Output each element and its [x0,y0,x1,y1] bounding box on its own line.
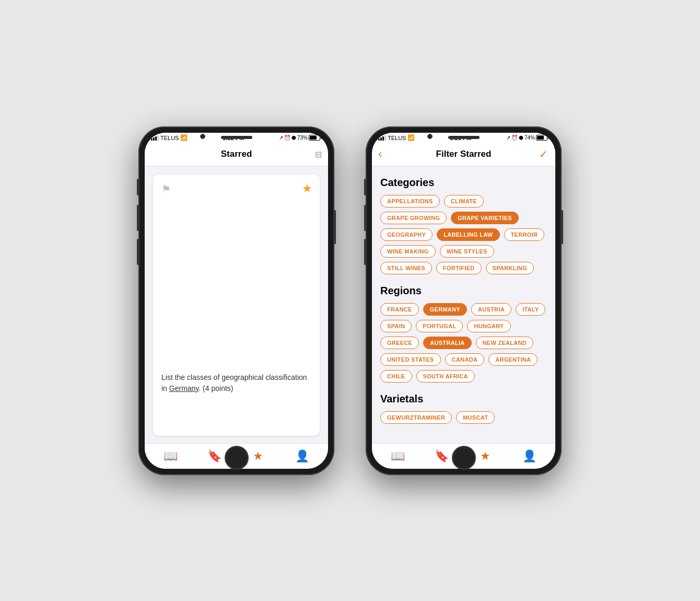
tag-united-states[interactable]: UNITED STATES [380,353,441,366]
tag-terroir[interactable]: TERROIR [504,228,545,241]
status-right-2: ↗ ⏰ ⬢ 74% [506,135,549,141]
battery-icon-1 [309,135,322,141]
tag-muscat[interactable]: MUSCAT [456,411,495,424]
power-button-2 [562,210,563,244]
tag-still-wines[interactable]: STILL WINES [380,262,432,274]
regions-title: Regions [380,285,547,297]
power-button-1 [334,210,336,244]
tag-canada[interactable]: CANADA [445,353,484,366]
regions-section: Regions FRANCE GERMANY AUSTRIA ITALY SPA… [380,285,547,383]
profile-icon-2: 👤 [522,449,536,463]
confirm-button[interactable]: ✓ [539,148,548,160]
tab-profile-1[interactable]: 👤 [280,449,324,463]
tag-sparkling[interactable]: SPARKLING [486,262,534,274]
tag-germany[interactable]: GERMANY [423,303,467,316]
alarm-icon-2: ⏰ [511,135,518,141]
nav-bar-1: Starred ⊟ [145,143,328,166]
phone-1: TELUS 📶 1:22 PM ↗ ⏰ ⬢ 73% Starred ⊟ [138,126,334,475]
profile-icon-1: 👤 [295,449,309,463]
tag-south-africa[interactable]: SOUTH AFRICA [416,370,475,383]
filter-content-area: Categories APPELLATIONS CLIMATE GRAPE GR… [372,166,555,443]
vol-up-button-1 [137,205,138,231]
tag-fortified[interactable]: FORTIFIED [436,262,482,274]
tag-grape-varieties[interactable]: GRAPE VARIETIES [451,212,519,224]
star-icon[interactable]: ★ [302,182,312,195]
varietals-tags: GEWURZTRAMINER MUSCAT [380,411,547,424]
signal-icon-2 [378,135,386,141]
status-time-2: 1:21 PM [450,135,472,141]
status-left-2: TELUS 📶 [378,134,415,141]
tag-wine-styles[interactable]: WINE STYLES [440,245,494,258]
tag-france[interactable]: FRANCE [380,303,419,316]
status-bar-2: TELUS 📶 1:21 PM ↗ ⏰ ⬢ 74% [372,133,555,143]
tab-profile-2[interactable]: 👤 [507,449,551,463]
home-button-1[interactable] [225,446,249,470]
question-card[interactable]: ⚑ ★ List the classes of geographical cla… [153,175,320,436]
tag-australia[interactable]: AUSTRALIA [423,337,471,349]
categories-title: Categories [380,177,547,189]
tag-argentina[interactable]: ARGENTINA [488,353,538,366]
categories-tags: APPELLATIONS CLIMATE GRAPE GROWING GRAPE… [380,195,547,274]
location-icon-1: ↗ [279,135,283,141]
tab-study-1[interactable]: 📖 [149,449,193,463]
alarm-icon-1: ⏰ [284,135,290,141]
vol-up-button-2 [364,205,366,231]
flag-icon: ⚑ [161,183,311,195]
bookmark-icon-1: 🔖 [207,449,221,463]
status-right-1: ↗ ⏰ ⬢ 73% [279,135,322,141]
signal-icon-1 [151,135,159,141]
tag-portugal[interactable]: PORTUGAL [416,320,463,332]
location-icon-2: ↗ [506,135,510,141]
signal-bar-3 [155,136,157,141]
tag-italy[interactable]: ITALY [516,303,545,316]
battery-pct-2: 74% [524,135,535,141]
tag-new-zealand[interactable]: NEW ZEALAND [476,337,534,349]
screen-1: TELUS 📶 1:22 PM ↗ ⏰ ⬢ 73% Starred ⊟ [145,133,328,469]
filter-scroll[interactable]: Categories APPELLATIONS CLIMATE GRAPE GR… [372,166,555,443]
tag-geography[interactable]: GEOGRAPHY [380,228,433,241]
bluetooth-icon-1: ⬢ [291,135,296,141]
varietals-section: Varietals GEWURZTRAMINER MUSCAT [380,393,547,424]
starred-icon-2: ★ [480,449,491,463]
signal-bar-4 [157,135,159,141]
card-question-text: List the classes of geographical classif… [161,372,311,394]
tag-chile[interactable]: CHILE [380,370,412,383]
camera-2 [427,134,433,139]
tag-labelling-law[interactable]: LABELLING LAW [437,228,499,241]
starred-scroll: ⚑ ★ List the classes of geographical cla… [145,166,328,443]
mute-button-1 [137,179,138,195]
tag-austria[interactable]: AUSTRIA [471,303,511,316]
tag-grape-growing[interactable]: GRAPE GROWING [380,212,447,224]
home-button-2[interactable] [452,446,476,470]
camera-1 [200,134,205,139]
study-icon-2: 📖 [391,449,405,463]
back-button[interactable]: ‹ [378,147,382,161]
bookmark-icon-2: 🔖 [435,449,449,463]
tab-study-2[interactable]: 📖 [376,449,420,463]
signal-bar-1 [151,138,153,141]
starred-icon-1: ★ [253,449,263,463]
phone-2: TELUS 📶 1:21 PM ↗ ⏰ ⬢ 74% ‹ Filter Starr [366,126,562,475]
starred-content: ⚑ ★ List the classes of geographical cla… [145,166,328,443]
tag-spain[interactable]: SPAIN [380,320,412,332]
carrier-2: TELUS [388,135,406,141]
vol-down-button-2 [364,239,366,265]
status-bar-1: TELUS 📶 1:22 PM ↗ ⏰ ⬢ 73% [145,133,328,143]
tag-wine-making[interactable]: WINE MAKING [380,245,436,258]
tag-greece[interactable]: GREECE [380,337,419,349]
battery-icon-2 [536,135,549,141]
categories-section: Categories APPELLATIONS CLIMATE GRAPE GR… [380,177,547,274]
status-time-1: 1:22 PM [223,135,244,141]
tag-gewurztraminer[interactable]: GEWURZTRAMINER [380,411,452,424]
tag-hungary[interactable]: HUNGARY [467,320,510,332]
mute-button-2 [364,179,366,195]
vol-down-button-1 [137,239,138,265]
status-left-1: TELUS 📶 [151,134,188,141]
nav-bar-2: ‹ Filter Starred ✓ [372,143,555,166]
tag-appellations[interactable]: APPELLATIONS [380,195,440,207]
nav-title-1: Starred [221,149,252,159]
filter-icon[interactable]: ⊟ [315,149,322,159]
wifi-icon-1: 📶 [180,134,188,141]
tag-climate[interactable]: CLIMATE [444,195,484,207]
regions-tags: FRANCE GERMANY AUSTRIA ITALY SPAIN PORTU… [380,303,547,383]
